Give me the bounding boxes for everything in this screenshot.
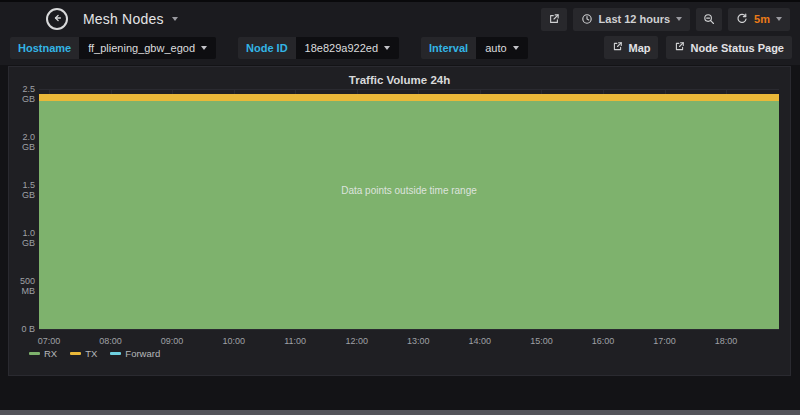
back-button[interactable]	[46, 8, 68, 30]
legend-item[interactable]: TX	[70, 348, 97, 359]
rx-area-series	[39, 101, 779, 329]
variable-value-dropdown[interactable]: auto	[476, 37, 527, 59]
x-axis-label: 13:00	[398, 336, 438, 346]
x-axis-label: 07:00	[29, 336, 69, 346]
external-link-icon	[674, 41, 685, 54]
chart-plot-area[interactable]: Data points outside time range	[39, 89, 779, 329]
external-link-icon	[612, 41, 623, 54]
dashboard-links: MapNode Status Page	[604, 36, 792, 59]
legend-item[interactable]: RX	[29, 348, 57, 359]
tx-area-series	[39, 94, 779, 102]
x-axis-label: 17:00	[645, 336, 685, 346]
chevron-down-icon	[513, 46, 519, 50]
variable-value-text: 18e829a922ed	[305, 42, 378, 54]
zoom-out-button[interactable]	[696, 8, 722, 31]
arrow-left-icon	[51, 12, 63, 27]
x-axis-label: 09:00	[152, 336, 192, 346]
y-axis-label: 1.0 GB	[9, 228, 35, 248]
x-axis-label: 16:00	[583, 336, 623, 346]
x-axis-label: 15:00	[521, 336, 561, 346]
dashboard-chrome: Mesh Nodes Last 12 hours	[0, 2, 800, 65]
dashboard-link-label: Node Status Page	[690, 42, 784, 54]
clock-icon	[581, 13, 593, 25]
x-axis-label: 11:00	[275, 336, 315, 346]
gridline	[39, 89, 779, 90]
legend-label: Forward	[125, 348, 160, 359]
y-axis-label: 500 MB	[9, 276, 35, 296]
chart-legend: RXTXForward	[29, 348, 160, 359]
variable-label: Hostname	[10, 37, 79, 59]
chevron-down-icon	[201, 46, 207, 50]
share-button[interactable]	[541, 8, 567, 31]
dashboard-title-dropdown[interactable]: Mesh Nodes	[83, 11, 178, 27]
template-variables: Hostnameff_pliening_gbw_egodNode ID18e82…	[10, 37, 528, 59]
template-variable: Hostnameff_pliening_gbw_egod	[10, 37, 216, 59]
chevron-down-icon	[384, 46, 390, 50]
panel-title[interactable]: Traffic Volume 24h	[9, 67, 790, 86]
zoom-out-icon	[703, 13, 715, 25]
dashboard-link-button[interactable]: Node Status Page	[666, 36, 792, 59]
refresh-icon	[736, 13, 748, 25]
x-axis-label: 08:00	[91, 336, 131, 346]
variable-value-text: ff_pliening_gbw_egod	[88, 42, 195, 54]
horizontal-scrollbar[interactable]	[0, 410, 800, 415]
template-variable: Node ID18e829a922ed	[238, 37, 399, 59]
x-axis-label: 12:00	[337, 336, 377, 346]
chevron-down-icon	[776, 17, 782, 21]
variable-value-text: auto	[485, 42, 506, 54]
variable-value-dropdown[interactable]: ff_pliening_gbw_egod	[79, 37, 216, 59]
y-axis-label: 1.5 GB	[9, 180, 35, 200]
chevron-down-icon	[676, 17, 682, 21]
chevron-down-icon	[172, 17, 178, 21]
time-range-label: Last 12 hours	[599, 13, 671, 25]
legend-label: TX	[85, 348, 97, 359]
variable-value-dropdown[interactable]: 18e829a922ed	[296, 37, 399, 59]
navbar: Mesh Nodes Last 12 hours	[0, 2, 800, 34]
legend-label: RX	[44, 348, 57, 359]
dashboard-link-button[interactable]: Map	[604, 36, 658, 59]
variable-label: Node ID	[238, 37, 296, 59]
navbar-actions: Last 12 hours 5m	[541, 8, 790, 31]
y-axis-label: 2.0 GB	[9, 132, 35, 152]
template-variable: Intervalauto	[421, 37, 528, 59]
legend-swatch	[29, 352, 40, 355]
time-picker-button[interactable]: Last 12 hours	[573, 8, 691, 31]
share-icon	[548, 13, 560, 25]
traffic-volume-panel: Traffic Volume 24h Data points outside t…	[8, 66, 791, 376]
gridline	[39, 329, 779, 330]
y-axis-label: 0 B	[9, 324, 35, 334]
legend-swatch	[110, 352, 121, 355]
dashboard-link-label: Map	[628, 42, 650, 54]
x-axis-label: 14:00	[460, 336, 500, 346]
submenu: Hostnameff_pliening_gbw_egodNode ID18e82…	[0, 34, 800, 59]
legend-swatch	[70, 352, 81, 355]
refresh-button[interactable]: 5m	[728, 8, 790, 31]
y-axis-label: 2.5 GB	[9, 84, 35, 104]
x-axis-label: 18:00	[706, 336, 746, 346]
x-axis-label: 10:00	[214, 336, 254, 346]
legend-item[interactable]: Forward	[110, 348, 160, 359]
page-title: Mesh Nodes	[83, 11, 164, 27]
refresh-interval-label: 5m	[754, 13, 770, 25]
chart-warning-text: Data points outside time range	[39, 185, 779, 196]
variable-label: Interval	[421, 37, 476, 59]
